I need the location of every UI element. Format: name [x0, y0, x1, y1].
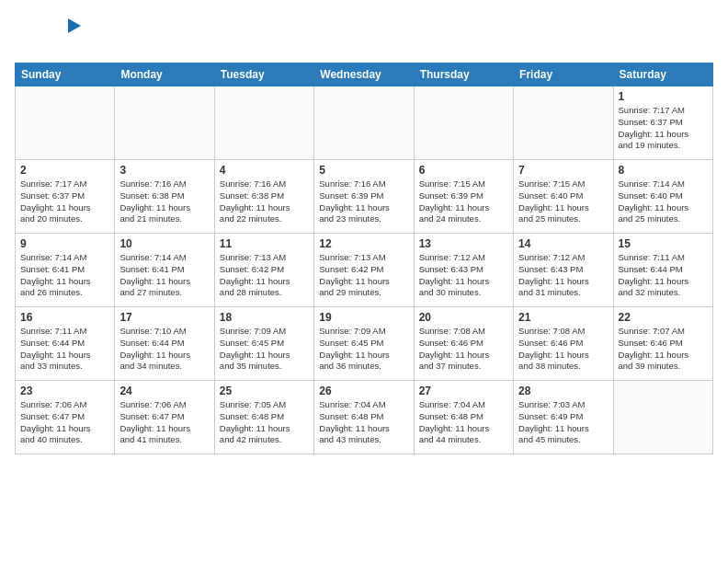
day-info: Sunrise: 7:15 AM Sunset: 6:39 PM Dayligh…	[419, 178, 508, 225]
day-number: 27	[419, 385, 508, 397]
day-number: 21	[518, 311, 608, 324]
calendar-cell	[16, 86, 115, 160]
day-info: Sunrise: 7:08 AM Sunset: 6:46 PM Dayligh…	[419, 326, 508, 373]
day-info: Sunrise: 7:05 AM Sunset: 6:48 PM Dayligh…	[220, 399, 309, 446]
calendar-cell: 20Sunrise: 7:08 AM Sunset: 6:46 PM Dayli…	[414, 307, 513, 381]
day-number: 2	[20, 164, 109, 177]
day-number: 9	[20, 237, 109, 250]
day-number: 20	[419, 311, 508, 324]
weekday-header-row: SundayMondayTuesdayWednesdayThursdayFrid…	[16, 63, 713, 86]
weekday-header-friday: Friday	[514, 63, 613, 86]
day-info: Sunrise: 7:12 AM Sunset: 6:43 PM Dayligh…	[419, 252, 508, 299]
weekday-header-monday: Monday	[115, 63, 214, 86]
calendar-cell: 14Sunrise: 7:12 AM Sunset: 6:43 PM Dayli…	[514, 234, 613, 307]
weekday-header-saturday: Saturday	[613, 63, 712, 86]
calendar-week-row: 1Sunrise: 7:17 AM Sunset: 6:37 PM Daylig…	[16, 86, 713, 160]
day-number: 1	[619, 90, 708, 103]
day-number: 28	[518, 385, 608, 397]
calendar-cell: 6Sunrise: 7:15 AM Sunset: 6:39 PM Daylig…	[414, 160, 513, 234]
day-info: Sunrise: 7:16 AM Sunset: 6:38 PM Dayligh…	[220, 178, 309, 225]
day-info: Sunrise: 7:14 AM Sunset: 6:40 PM Dayligh…	[619, 178, 708, 225]
calendar-cell	[314, 86, 414, 160]
page-header	[15, 15, 713, 55]
day-number: 26	[319, 385, 408, 397]
weekday-header-thursday: Thursday	[414, 63, 513, 86]
calendar-cell: 4Sunrise: 7:16 AM Sunset: 6:38 PM Daylig…	[214, 160, 313, 234]
day-info: Sunrise: 7:11 AM Sunset: 6:44 PM Dayligh…	[20, 326, 109, 373]
calendar-cell: 17Sunrise: 7:10 AM Sunset: 6:44 PM Dayli…	[115, 307, 214, 381]
day-info: Sunrise: 7:16 AM Sunset: 6:38 PM Dayligh…	[119, 178, 209, 225]
day-info: Sunrise: 7:14 AM Sunset: 6:41 PM Dayligh…	[20, 252, 109, 299]
calendar-cell: 5Sunrise: 7:16 AM Sunset: 6:39 PM Daylig…	[314, 160, 414, 234]
day-info: Sunrise: 7:04 AM Sunset: 6:48 PM Dayligh…	[419, 399, 508, 446]
calendar-week-row: 23Sunrise: 7:06 AM Sunset: 6:47 PM Dayli…	[16, 381, 713, 454]
day-number: 22	[619, 311, 708, 324]
day-number: 18	[220, 311, 309, 324]
calendar-cell: 15Sunrise: 7:11 AM Sunset: 6:44 PM Dayli…	[613, 234, 712, 307]
day-info: Sunrise: 7:11 AM Sunset: 6:44 PM Dayligh…	[619, 252, 708, 299]
day-number: 24	[119, 385, 209, 397]
day-info: Sunrise: 7:08 AM Sunset: 6:46 PM Dayligh…	[518, 326, 608, 373]
calendar-cell: 9Sunrise: 7:14 AM Sunset: 6:41 PM Daylig…	[16, 234, 115, 307]
calendar-cell: 22Sunrise: 7:07 AM Sunset: 6:46 PM Dayli…	[613, 307, 712, 381]
calendar-cell	[115, 86, 214, 160]
calendar-cell: 7Sunrise: 7:15 AM Sunset: 6:40 PM Daylig…	[514, 160, 613, 234]
calendar-cell: 23Sunrise: 7:06 AM Sunset: 6:47 PM Dayli…	[16, 381, 115, 454]
calendar-cell: 12Sunrise: 7:13 AM Sunset: 6:42 PM Dayli…	[314, 234, 414, 307]
calendar-cell: 10Sunrise: 7:14 AM Sunset: 6:41 PM Dayli…	[115, 234, 214, 307]
day-number: 14	[518, 237, 608, 250]
day-number: 7	[518, 164, 608, 177]
calendar-cell	[414, 86, 513, 160]
calendar-cell: 25Sunrise: 7:05 AM Sunset: 6:48 PM Dayli…	[214, 381, 313, 454]
day-number: 10	[119, 237, 209, 250]
calendar-cell: 18Sunrise: 7:09 AM Sunset: 6:45 PM Dayli…	[214, 307, 313, 381]
weekday-header-tuesday: Tuesday	[214, 63, 313, 86]
logo-arrow-icon	[68, 18, 81, 33]
day-number: 17	[119, 311, 209, 324]
calendar-cell: 19Sunrise: 7:09 AM Sunset: 6:45 PM Dayli…	[314, 307, 414, 381]
day-info: Sunrise: 7:13 AM Sunset: 6:42 PM Dayligh…	[319, 252, 408, 299]
day-info: Sunrise: 7:09 AM Sunset: 6:45 PM Dayligh…	[319, 326, 408, 373]
calendar-cell: 21Sunrise: 7:08 AM Sunset: 6:46 PM Dayli…	[514, 307, 613, 381]
day-info: Sunrise: 7:14 AM Sunset: 6:41 PM Dayligh…	[119, 252, 209, 299]
calendar-cell	[214, 86, 313, 160]
calendar-cell: 16Sunrise: 7:11 AM Sunset: 6:44 PM Dayli…	[16, 307, 115, 381]
day-info: Sunrise: 7:07 AM Sunset: 6:46 PM Dayligh…	[619, 326, 708, 373]
day-number: 5	[319, 164, 408, 177]
day-info: Sunrise: 7:04 AM Sunset: 6:48 PM Dayligh…	[319, 399, 408, 446]
day-info: Sunrise: 7:06 AM Sunset: 6:47 PM Dayligh…	[119, 399, 209, 446]
calendar-cell: 11Sunrise: 7:13 AM Sunset: 6:42 PM Dayli…	[214, 234, 313, 307]
weekday-header-sunday: Sunday	[16, 63, 115, 86]
day-number: 12	[319, 237, 408, 250]
day-number: 4	[220, 164, 309, 177]
calendar-cell: 27Sunrise: 7:04 AM Sunset: 6:48 PM Dayli…	[414, 381, 513, 454]
day-info: Sunrise: 7:17 AM Sunset: 6:37 PM Dayligh…	[20, 178, 109, 225]
day-info: Sunrise: 7:03 AM Sunset: 6:49 PM Dayligh…	[518, 399, 608, 446]
calendar-cell: 1Sunrise: 7:17 AM Sunset: 6:37 PM Daylig…	[613, 86, 712, 160]
calendar-cell	[514, 86, 613, 160]
calendar-cell	[613, 381, 712, 454]
calendar-cell: 8Sunrise: 7:14 AM Sunset: 6:40 PM Daylig…	[613, 160, 712, 234]
logo	[15, 15, 88, 55]
day-number: 23	[20, 385, 109, 397]
day-info: Sunrise: 7:17 AM Sunset: 6:37 PM Dayligh…	[619, 105, 708, 152]
day-info: Sunrise: 7:06 AM Sunset: 6:47 PM Dayligh…	[20, 399, 109, 446]
day-info: Sunrise: 7:10 AM Sunset: 6:44 PM Dayligh…	[119, 326, 209, 373]
day-number: 19	[319, 311, 408, 324]
calendar-cell: 2Sunrise: 7:17 AM Sunset: 6:37 PM Daylig…	[16, 160, 115, 234]
day-info: Sunrise: 7:12 AM Sunset: 6:43 PM Dayligh…	[518, 252, 608, 299]
day-number: 13	[419, 237, 508, 250]
day-info: Sunrise: 7:09 AM Sunset: 6:45 PM Dayligh…	[220, 326, 309, 373]
calendar-week-row: 9Sunrise: 7:14 AM Sunset: 6:41 PM Daylig…	[16, 234, 713, 307]
day-info: Sunrise: 7:16 AM Sunset: 6:39 PM Dayligh…	[319, 178, 408, 225]
day-number: 25	[220, 385, 309, 397]
calendar-cell: 26Sunrise: 7:04 AM Sunset: 6:48 PM Dayli…	[314, 381, 414, 454]
calendar-cell: 3Sunrise: 7:16 AM Sunset: 6:38 PM Daylig…	[115, 160, 214, 234]
day-number: 11	[220, 237, 309, 250]
calendar-cell: 28Sunrise: 7:03 AM Sunset: 6:49 PM Dayli…	[514, 381, 613, 454]
day-number: 15	[619, 237, 708, 250]
day-number: 16	[20, 311, 109, 324]
calendar-week-row: 16Sunrise: 7:11 AM Sunset: 6:44 PM Dayli…	[16, 307, 713, 381]
calendar-table: SundayMondayTuesdayWednesdayThursdayFrid…	[15, 63, 713, 454]
day-info: Sunrise: 7:15 AM Sunset: 6:40 PM Dayligh…	[518, 178, 608, 225]
